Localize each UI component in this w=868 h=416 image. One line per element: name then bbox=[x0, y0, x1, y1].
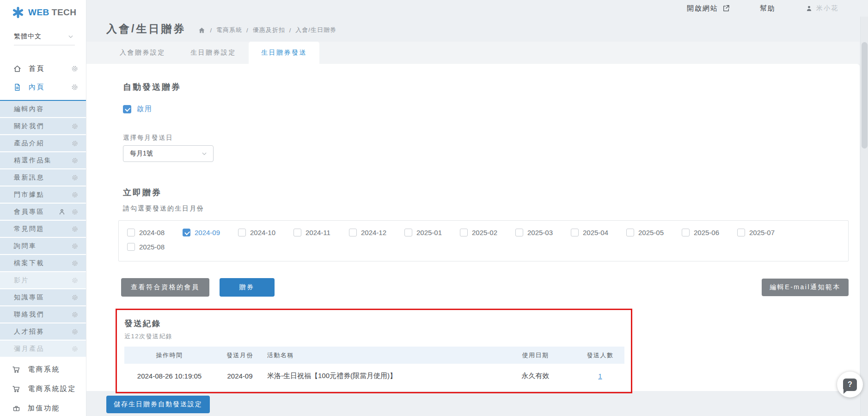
month-checkbox-2024-10[interactable]: 2024-10 bbox=[238, 229, 293, 236]
sidebar-item-knowledge[interactable]: 知識專區 bbox=[0, 289, 86, 305]
checkbox[interactable] bbox=[515, 229, 523, 236]
gear-icon[interactable] bbox=[71, 83, 79, 91]
checkbox[interactable] bbox=[626, 229, 634, 236]
sidebar-item-members[interactable]: 會員專區 bbox=[0, 204, 86, 220]
sidebar-submenu: 編輯內容 關於我們 產品介紹 精選作品集 最新訊息 門市據點 bbox=[0, 100, 86, 357]
view-eligible-members-button[interactable]: 查看符合資格的會員 bbox=[121, 278, 209, 297]
sidebar-item-inquiry-cart[interactable]: 詢問車 bbox=[0, 238, 86, 254]
checkbox[interactable] bbox=[127, 229, 135, 236]
sidebar-item-faq[interactable]: 常見問題 bbox=[0, 221, 86, 237]
gear-icon[interactable] bbox=[71, 225, 79, 233]
birthday-month-group: 2024-08 2024-09 2024-10 2024-11 2024-12 … bbox=[118, 220, 849, 261]
month-checkbox-2025-08[interactable]: 2025-08 bbox=[127, 243, 183, 251]
gear-icon[interactable] bbox=[71, 65, 79, 73]
save-settings-button[interactable]: 儲存生日贈券自動發送設定 bbox=[106, 396, 210, 413]
content-panel: 自動發送贈券 啟用 選擇每月發送日 每月1號 立即贈券 請勾選要發送的生日月份 … bbox=[86, 64, 860, 391]
sidebar-item-ecommerce-settings[interactable]: 電商系統設定 bbox=[0, 379, 86, 398]
send-day-label: 選擇每月發送日 bbox=[123, 134, 860, 142]
sidebar-item-label: 精選作品集 bbox=[14, 156, 52, 165]
help-button[interactable]: 幫助 bbox=[760, 4, 776, 13]
gear-icon[interactable] bbox=[71, 311, 79, 318]
sidebar-item-products[interactable]: 產品介紹 bbox=[0, 135, 86, 151]
user-menu[interactable]: 米小花 bbox=[805, 4, 838, 12]
sent-count-link[interactable]: 1 bbox=[598, 372, 602, 380]
tab-join-coupon-settings[interactable]: 入會贈券設定 bbox=[107, 42, 178, 64]
breadcrumb-item[interactable]: 入會/生日贈券 bbox=[295, 26, 336, 34]
month-checkbox-2025-06[interactable]: 2025-06 bbox=[682, 229, 737, 236]
sidebar-item-about-us[interactable]: 關於我們 bbox=[0, 118, 86, 134]
person-icon bbox=[805, 5, 813, 12]
month-checkbox-2025-01[interactable]: 2025-01 bbox=[404, 229, 460, 236]
month-checkbox-2024-11[interactable]: 2024-11 bbox=[293, 229, 349, 236]
gear-icon[interactable] bbox=[71, 157, 79, 164]
sidebar-item-home[interactable]: 首頁 bbox=[0, 59, 86, 78]
sidebar-item-videos[interactable]: 影片 bbox=[0, 272, 86, 288]
month-checkbox-2025-02[interactable]: 2025-02 bbox=[460, 229, 515, 236]
send-coupon-button[interactable]: 贈券 bbox=[220, 278, 275, 297]
sidebar-item-contact[interactable]: 聯絡我們 bbox=[0, 306, 86, 323]
checkbox[interactable] bbox=[349, 229, 357, 236]
brand-logo[interactable]: WEB TECH bbox=[0, 0, 86, 19]
enable-checkbox-row[interactable]: 啟用 bbox=[123, 105, 860, 113]
vertical-scrollbar[interactable] bbox=[860, 17, 868, 416]
month-checkbox-2025-03[interactable]: 2025-03 bbox=[515, 229, 571, 236]
question-bubble-icon: ? bbox=[843, 379, 857, 391]
column-header: 使用日期 bbox=[495, 351, 576, 360]
tab-birthday-coupon-send[interactable]: 生日贈券發送 bbox=[249, 42, 319, 64]
checkbox[interactable] bbox=[183, 229, 190, 236]
edit-email-template-button[interactable]: 編輯E-mail通知範本 bbox=[762, 279, 849, 296]
gear-icon[interactable] bbox=[71, 277, 79, 284]
breadcrumb-item[interactable]: 優惠及折扣 bbox=[253, 26, 285, 34]
send-day-value: 每月1號 bbox=[130, 149, 153, 158]
sidebar-item-addons[interactable]: 加值功能 bbox=[0, 398, 86, 416]
scrollbar-thumb[interactable] bbox=[862, 42, 868, 149]
send-day-select[interactable]: 每月1號 bbox=[123, 145, 214, 162]
gear-icon[interactable] bbox=[71, 328, 79, 335]
enable-label: 啟用 bbox=[137, 105, 153, 113]
month-checkbox-2025-05[interactable]: 2025-05 bbox=[626, 229, 682, 236]
tab-birthday-coupon-settings[interactable]: 生日贈券設定 bbox=[178, 42, 249, 64]
checkbox[interactable] bbox=[737, 229, 745, 236]
checkbox[interactable] bbox=[460, 229, 468, 236]
month-checkbox-2024-12[interactable]: 2024-12 bbox=[349, 229, 404, 236]
gear-icon[interactable] bbox=[71, 294, 79, 301]
tab-bar: 入會贈券設定 生日贈券設定 生日贈券發送 bbox=[86, 42, 860, 64]
checkbox[interactable] bbox=[571, 229, 579, 236]
sidebar-item-news[interactable]: 最新訊息 bbox=[0, 169, 86, 186]
month-checkbox-2025-07[interactable]: 2025-07 bbox=[737, 229, 793, 236]
help-fab-button[interactable]: ? bbox=[837, 372, 863, 397]
gear-icon[interactable] bbox=[71, 123, 79, 130]
month-label: 2024-09 bbox=[195, 229, 220, 236]
gear-icon[interactable] bbox=[71, 140, 79, 147]
home-icon[interactable] bbox=[198, 26, 206, 34]
sidebar-item-ecommerce[interactable]: 電商系統 bbox=[0, 360, 86, 379]
checkbox[interactable] bbox=[404, 229, 412, 236]
gear-icon[interactable] bbox=[71, 174, 79, 181]
sidebar-item-label: 彌月產品 bbox=[14, 345, 44, 353]
gear-icon[interactable] bbox=[71, 242, 79, 250]
sidebar-item-recruit[interactable]: 人才招募 bbox=[0, 323, 86, 340]
gear-icon[interactable] bbox=[71, 345, 79, 353]
sidebar-item-baby-products[interactable]: 彌月產品 bbox=[0, 341, 86, 357]
month-checkbox-2024-09[interactable]: 2024-09 bbox=[183, 229, 238, 236]
sidebar-item-edit-content[interactable]: 編輯內容 bbox=[0, 101, 86, 117]
sidebar-item-inner-pages[interactable]: 內頁 bbox=[0, 78, 86, 96]
tab-label: 生日贈券發送 bbox=[261, 49, 307, 57]
sidebar-item-downloads[interactable]: 檔案下載 bbox=[0, 255, 86, 271]
month-checkbox-2025-04[interactable]: 2025-04 bbox=[571, 229, 626, 236]
month-label: 2025-08 bbox=[139, 243, 165, 251]
checkbox[interactable] bbox=[293, 229, 301, 236]
sidebar-item-stores[interactable]: 門市據點 bbox=[0, 186, 86, 203]
checkbox[interactable] bbox=[238, 229, 246, 236]
open-site-button[interactable]: 開啟網站 bbox=[687, 4, 730, 13]
language-selector[interactable]: 繁體中文 bbox=[14, 32, 75, 45]
sidebar-item-portfolio[interactable]: 精選作品集 bbox=[0, 152, 86, 168]
enable-checkbox[interactable] bbox=[123, 105, 131, 113]
gear-icon[interactable] bbox=[71, 191, 79, 199]
gear-icon[interactable] bbox=[71, 208, 79, 216]
gear-icon[interactable] bbox=[71, 260, 79, 267]
checkbox[interactable] bbox=[127, 243, 135, 251]
month-checkbox-2024-08[interactable]: 2024-08 bbox=[127, 229, 183, 236]
breadcrumb-item[interactable]: 電商系統 bbox=[216, 26, 242, 34]
checkbox[interactable] bbox=[682, 229, 690, 236]
